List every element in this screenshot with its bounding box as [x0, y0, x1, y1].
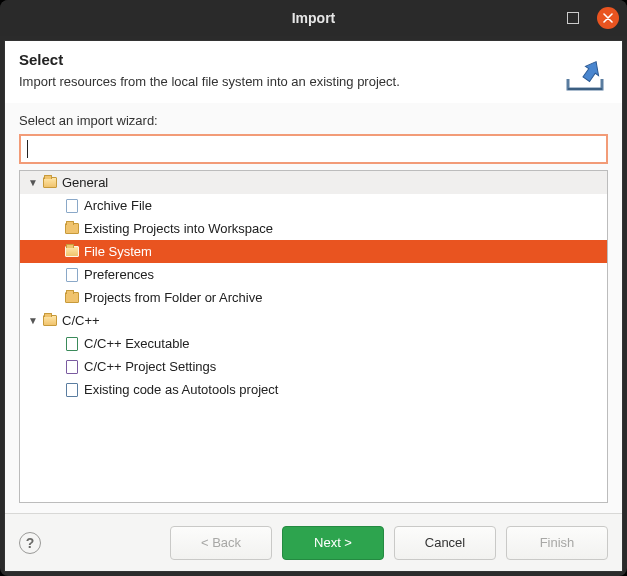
import-icon	[562, 55, 608, 95]
text-cursor	[27, 140, 28, 158]
tree-label: File System	[84, 244, 152, 259]
project-icon	[64, 221, 80, 237]
window-controls	[563, 7, 619, 29]
titlebar: Import	[0, 0, 627, 36]
import-wizard-tree[interactable]: ▼ General Archive File Existing Projects…	[19, 170, 608, 503]
tree-item-preferences[interactable]: Preferences	[20, 263, 607, 286]
tree-item-c-project-settings[interactable]: C/C++ Project Settings	[20, 355, 607, 378]
chevron-down-icon[interactable]: ▼	[26, 177, 40, 188]
cancel-button[interactable]: Cancel	[394, 526, 496, 560]
folder-icon	[64, 290, 80, 306]
tree-label: C/C++	[62, 313, 100, 328]
tree-item-projects-from-folder[interactable]: Projects from Folder or Archive	[20, 286, 607, 309]
c-settings-icon	[64, 359, 80, 375]
window-title: Import	[292, 10, 336, 26]
tree-item-c-executable[interactable]: C/C++ Executable	[20, 332, 607, 355]
tree-category-c-cpp[interactable]: ▼ C/C++	[20, 309, 607, 332]
archive-icon	[64, 198, 80, 214]
tree-label: Existing Projects into Workspace	[84, 221, 273, 236]
dialog-content: Select Import resources from the local f…	[4, 40, 623, 572]
dialog-body: Select an import wizard: ▼ General Archi…	[5, 103, 622, 513]
folder-icon	[42, 175, 58, 191]
filter-input[interactable]	[19, 134, 608, 164]
page-title: Select	[19, 51, 608, 68]
filter-label: Select an import wizard:	[19, 113, 608, 128]
tree-item-autotools[interactable]: Existing code as Autotools project	[20, 378, 607, 401]
prefs-icon	[64, 267, 80, 283]
c-auto-icon	[64, 382, 80, 398]
tree-category-general[interactable]: ▼ General	[20, 171, 607, 194]
next-button[interactable]: Next >	[282, 526, 384, 560]
tree-label: Archive File	[84, 198, 152, 213]
tree-item-archive-file[interactable]: Archive File	[20, 194, 607, 217]
tree-label: Existing code as Autotools project	[84, 382, 278, 397]
page-description: Import resources from the local file sys…	[19, 74, 608, 89]
back-button[interactable]: < Back	[170, 526, 272, 560]
tree-item-existing-projects[interactable]: Existing Projects into Workspace	[20, 217, 607, 240]
tree-item-file-system[interactable]: File System	[20, 240, 607, 263]
folder-icon	[64, 244, 80, 260]
import-dialog: Import Select Import resources from the …	[0, 0, 627, 576]
finish-button[interactable]: Finish	[506, 526, 608, 560]
close-icon[interactable]	[597, 7, 619, 29]
chevron-down-icon[interactable]: ▼	[26, 315, 40, 326]
folder-icon	[42, 313, 58, 329]
maximize-icon[interactable]	[563, 8, 583, 28]
dialog-footer: ? < Back Next > Cancel Finish	[5, 513, 622, 571]
tree-label: Projects from Folder or Archive	[84, 290, 262, 305]
tree-label: Preferences	[84, 267, 154, 282]
help-icon[interactable]: ?	[19, 532, 41, 554]
c-exec-icon	[64, 336, 80, 352]
dialog-header: Select Import resources from the local f…	[5, 41, 622, 103]
tree-label: C/C++ Project Settings	[84, 359, 216, 374]
tree-label: C/C++ Executable	[84, 336, 190, 351]
tree-label: General	[62, 175, 108, 190]
